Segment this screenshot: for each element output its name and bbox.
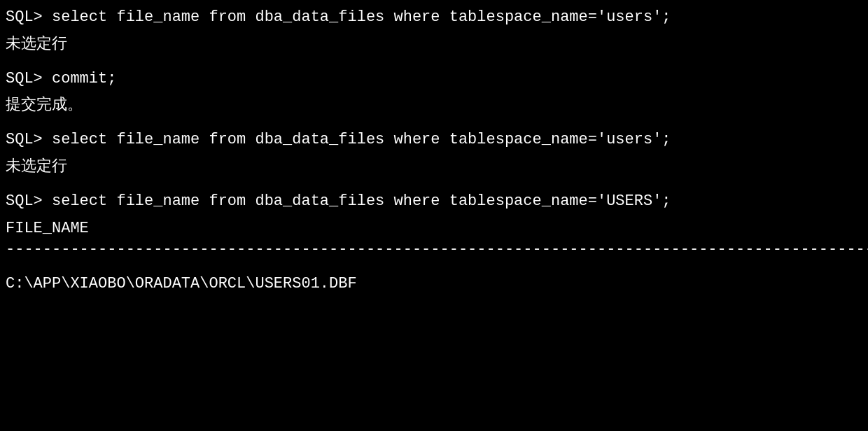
result-line-1: 未选定行	[6, 34, 862, 56]
spacer-6	[6, 178, 862, 191]
terminal-window: SQL> select file_name from dba_data_file…	[6, 7, 862, 295]
sql-line-3: SQL> select file_name from dba_data_file…	[6, 129, 862, 151]
spacer-8	[6, 261, 862, 274]
separator: ----------------------------------------…	[6, 239, 862, 261]
spacer-7	[6, 213, 862, 218]
result-line-2: 提交完成。	[6, 95, 862, 117]
sql-line-1: SQL> select file_name from dba_data_file…	[6, 7, 862, 29]
sql-line-2: SQL> commit;	[6, 69, 862, 90]
spacer-2	[6, 56, 862, 69]
column-header: FILE_NAME	[6, 218, 862, 240]
file-path-result: C:\APP\XIAOBO\ORADATA\ORCL\USERS01.DBF	[6, 274, 862, 295]
spacer-5	[6, 151, 862, 157]
spacer-4	[6, 117, 862, 129]
result-line-3: 未选定行	[6, 157, 862, 178]
spacer-1	[6, 29, 862, 34]
sql-line-4: SQL> select file_name from dba_data_file…	[6, 191, 862, 213]
spacer-3	[6, 90, 862, 95]
